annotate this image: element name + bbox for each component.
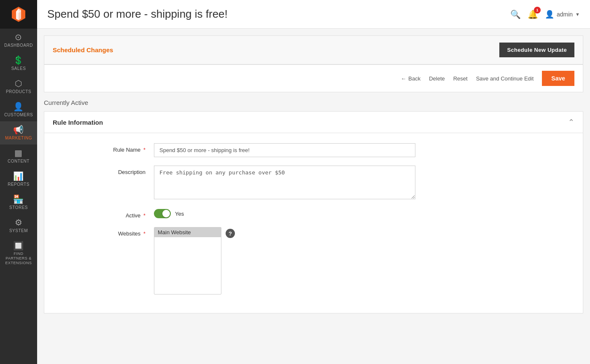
partners-icon: 🔲 — [13, 241, 24, 250]
stores-icon: 🏪 — [13, 195, 24, 203]
description-row: Description Free shipping on any purchas… — [70, 166, 449, 201]
websites-label: Websites * — [70, 227, 154, 237]
sidebar-item-products[interactable]: ⬡ PRODUCTS — [0, 75, 37, 98]
sidebar-item-partners[interactable]: 🔲 FIND PARTNERS & EXTENSIONS — [0, 237, 37, 269]
schedule-new-update-button[interactable]: Schedule New Update — [499, 43, 574, 57]
sidebar-label-stores: STORES — [9, 205, 28, 210]
dashboard-icon: ⊙ — [15, 33, 22, 41]
active-required: * — [143, 212, 145, 219]
description-label: Description — [70, 166, 154, 175]
sidebar-label-sales: SALES — [11, 66, 26, 71]
sidebar-label-partners: FIND PARTNERS & EXTENSIONS — [2, 252, 35, 265]
websites-required: * — [143, 230, 145, 237]
sidebar-item-stores[interactable]: 🏪 STORES — [0, 191, 37, 214]
sidebar-item-system[interactable]: ⚙ SYSTEM — [0, 214, 37, 237]
user-dropdown-icon: ▼ — [575, 12, 580, 17]
page-header: Spend $50 or more - shipping is free! 🔍 … — [37, 0, 590, 29]
websites-row: Websites * Main Website ? — [70, 227, 449, 294]
notification-badge: 1 — [534, 7, 541, 13]
rule-name-input[interactable] — [154, 143, 415, 157]
reports-icon: 📊 — [13, 172, 24, 180]
page-title: Spend $50 or more - shipping is free! — [47, 8, 228, 21]
websites-help-icon[interactable]: ? — [226, 229, 235, 238]
notification-bell[interactable]: 🔔 1 — [528, 9, 538, 19]
sidebar-item-content[interactable]: ▦ CONTENT — [0, 145, 37, 168]
description-input-wrapper: Free shipping on any purchase over $50 — [154, 166, 415, 201]
scheduled-changes-title: Scheduled Changes — [53, 46, 113, 54]
back-arrow-icon: ← — [401, 75, 406, 82]
main-content: Spend $50 or more - shipping is free! 🔍 … — [37, 0, 590, 364]
sidebar-logo[interactable] — [0, 0, 37, 29]
customers-icon: 👤 — [13, 102, 24, 111]
rule-information-section: Rule Information ⌃ Rule Name * Descripti — [44, 111, 583, 313]
websites-option-main: Main Website — [154, 228, 221, 237]
save-button[interactable]: Save — [542, 71, 574, 86]
sidebar-item-customers[interactable]: 👤 CUSTOMERS — [0, 98, 37, 121]
sidebar-item-sales[interactable]: 💲 SALES — [0, 52, 37, 75]
user-name: admin — [557, 11, 573, 18]
sidebar-label-system: SYSTEM — [9, 228, 28, 233]
user-menu[interactable]: 👤 admin ▼ — [545, 10, 580, 19]
sidebar-label-reports: REPORTS — [8, 182, 30, 187]
sidebar-label-products: PRODUCTS — [6, 89, 31, 94]
rule-information-title: Rule Information — [53, 119, 103, 126]
sidebar-item-marketing[interactable]: 📢 MARKETING — [0, 121, 37, 145]
sidebar-label-marketing: MARKETING — [5, 136, 32, 140]
save-continue-button[interactable]: Save and Continue Edit — [476, 75, 534, 82]
user-icon: 👤 — [545, 10, 554, 19]
content-area: Currently Active Rule Information ⌃ Rule… — [37, 92, 590, 320]
currently-active-label: Currently Active — [44, 99, 583, 106]
action-bar: ← Back Delete Reset Save and Continue Ed… — [44, 64, 583, 92]
sidebar-item-reports[interactable]: 📊 REPORTS — [0, 168, 37, 191]
active-input-wrapper: Yes — [154, 209, 415, 218]
active-toggle[interactable] — [154, 209, 171, 218]
sidebar: ⊙ DASHBOARD 💲 SALES ⬡ PRODUCTS 👤 CUSTOME… — [0, 0, 37, 364]
rule-name-row: Rule Name * — [70, 143, 449, 157]
active-toggle-wrapper: Yes — [154, 209, 415, 218]
products-icon: ⬡ — [15, 79, 22, 88]
sidebar-label-content: CONTENT — [8, 159, 30, 163]
websites-select[interactable]: Main Website — [154, 227, 221, 294]
active-row: Active * Yes — [70, 209, 449, 219]
sidebar-item-dashboard[interactable]: ⊙ DASHBOARD — [0, 29, 37, 52]
back-button[interactable]: ← Back — [401, 75, 420, 82]
toggle-slider — [154, 209, 171, 218]
rule-name-label: Rule Name * — [70, 143, 154, 153]
delete-button[interactable]: Delete — [429, 75, 445, 82]
search-icon[interactable]: 🔍 — [510, 9, 521, 19]
svg-marker-2 — [19, 8, 21, 20]
active-yes-label: Yes — [175, 211, 184, 217]
collapse-icon: ⌃ — [568, 118, 574, 127]
reset-button[interactable]: Reset — [453, 75, 468, 82]
websites-input-wrapper: Main Website ? — [154, 227, 415, 294]
scheduled-changes-bar: Scheduled Changes Schedule New Update — [44, 35, 583, 64]
sidebar-label-customers: CUSTOMERS — [4, 112, 33, 117]
back-label: Back — [408, 75, 420, 82]
rule-information-body: Rule Name * Description Free shipping on… — [44, 133, 583, 313]
system-icon: ⚙ — [15, 218, 23, 227]
sales-icon: 💲 — [13, 56, 24, 64]
content-icon: ▦ — [14, 149, 23, 157]
header-actions: 🔍 🔔 1 👤 admin ▼ — [510, 9, 580, 19]
websites-wrapper: Main Website ? — [154, 227, 415, 294]
marketing-icon: 📢 — [13, 126, 24, 134]
rule-name-required: * — [143, 147, 145, 153]
description-textarea[interactable]: Free shipping on any purchase over $50 — [154, 166, 415, 199]
rule-information-header[interactable]: Rule Information ⌃ — [44, 112, 583, 133]
sidebar-label-dashboard: DASHBOARD — [4, 43, 33, 48]
active-label: Active * — [70, 209, 154, 219]
rule-name-input-wrapper — [154, 143, 415, 157]
